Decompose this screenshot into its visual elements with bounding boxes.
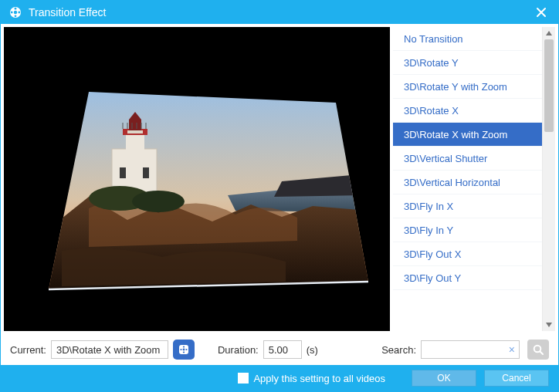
cancel-button[interactable]: Cancel (484, 370, 549, 387)
transition-item[interactable]: 3D\Vertical Shutter (393, 147, 542, 171)
svg-rect-15 (143, 167, 149, 178)
transition-item[interactable]: 3D\Rotate Y with Zoom (393, 75, 542, 99)
svg-rect-14 (120, 167, 126, 178)
scroll-track[interactable] (543, 39, 555, 319)
apply-all-checkbox[interactable]: Apply this setting to all videos (238, 373, 385, 384)
transition-item[interactable]: 3D\Fly Out X (393, 242, 542, 266)
preview-pane (4, 27, 390, 331)
transition-item[interactable]: 3D\Fly Out Y (393, 266, 542, 290)
scroll-thumb[interactable] (544, 39, 554, 132)
svg-point-37 (180, 349, 181, 350)
footer: Apply this setting to all videos OK Canc… (1, 365, 558, 391)
transition-list-panel: No Transition3D\Rotate Y3D\Rotate Y with… (393, 27, 555, 331)
search-input[interactable] (421, 340, 520, 359)
transition-item[interactable]: 3D\Fly In X (393, 194, 542, 218)
svg-point-28 (132, 191, 185, 212)
svg-marker-31 (546, 31, 552, 35)
svg-rect-18 (129, 120, 141, 130)
titlebar: Transition Effect (1, 1, 558, 24)
checkbox-icon (238, 373, 249, 384)
svg-point-38 (185, 349, 187, 350)
svg-point-4 (11, 12, 13, 14)
dialog-body: No Transition3D\Rotate Y3D\Rotate Y with… (1, 24, 558, 334)
duration-label: Duration: (218, 344, 259, 356)
svg-line-40 (540, 352, 544, 355)
transition-item[interactable]: 3D\Vertical Horizontal (393, 171, 542, 194)
scroll-down-arrow[interactable] (543, 319, 555, 331)
transition-item[interactable]: 3D\Fly In Y (393, 218, 542, 242)
search-label: Search: (381, 344, 416, 356)
svg-point-1 (14, 11, 17, 14)
transition-item[interactable]: 3D\Rotate Y (393, 51, 542, 75)
transition-list[interactable]: No Transition3D\Rotate Y3D\Rotate Y with… (393, 27, 543, 331)
apply-all-label: Apply this setting to all videos (253, 373, 385, 384)
svg-point-5 (18, 12, 20, 14)
svg-point-2 (15, 8, 17, 10)
transition-item[interactable]: 3D\Rotate X (393, 99, 542, 123)
svg-point-34 (183, 349, 185, 351)
app-icon (8, 5, 22, 19)
current-transition-input[interactable] (51, 340, 168, 359)
transition-item[interactable]: 3D\Rotate X with Zoom (393, 123, 542, 147)
transition-item[interactable]: No Transition (393, 27, 542, 51)
svg-marker-32 (546, 323, 552, 327)
window-title: Transition Effect (29, 6, 532, 19)
svg-point-36 (183, 351, 185, 353)
preview-play-button[interactable] (173, 340, 195, 360)
scroll-up-arrow[interactable] (543, 27, 555, 39)
scrollbar[interactable] (543, 27, 555, 331)
svg-point-35 (183, 346, 185, 347)
svg-point-3 (15, 15, 17, 17)
duration-unit: (s) (307, 344, 318, 356)
close-button[interactable] (532, 3, 551, 22)
search-button[interactable] (527, 340, 549, 360)
clear-search-icon[interactable]: × (509, 343, 515, 356)
current-label: Current: (10, 344, 46, 356)
preview-image (4, 27, 390, 331)
duration-input[interactable] (263, 340, 302, 359)
svg-rect-16 (126, 133, 144, 150)
control-bar: Current: Duration: (s) Search: × (1, 334, 558, 365)
ok-button[interactable]: OK (412, 370, 476, 387)
svg-rect-19 (127, 130, 143, 133)
